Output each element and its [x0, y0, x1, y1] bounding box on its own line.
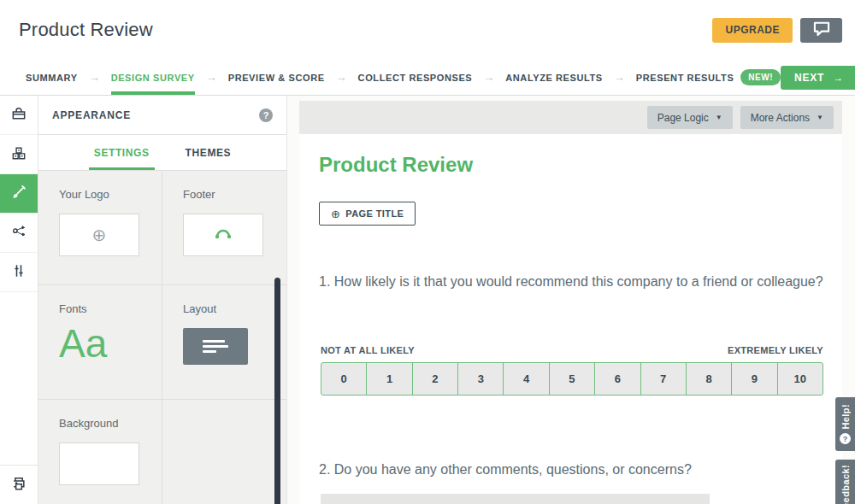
rail-item-builder[interactable]	[0, 96, 38, 135]
nps-cell-5[interactable]: 5	[550, 363, 595, 395]
more-actions-label: More Actions	[751, 112, 810, 124]
align-lines-icon	[203, 340, 228, 353]
tab-collect-responses[interactable]: COLLECT RESPONSES	[358, 60, 473, 95]
app-header: Product Review UPGRADE	[0, 0, 855, 60]
workflow-nav: SUMMARY → DESIGN SURVEY → PREVIEW & SCOR…	[0, 60, 855, 96]
nps-cell-4[interactable]: 4	[504, 363, 549, 395]
chevron-down-icon: ▼	[716, 114, 722, 121]
footer-tile[interactable]	[183, 214, 263, 256]
tab-preview-score[interactable]: PREVIEW & SCORE	[228, 60, 325, 95]
panel-scrollbar[interactable]	[274, 278, 280, 504]
branch-logic-icon	[10, 223, 27, 243]
tab-summary[interactable]: SUMMARY	[26, 60, 78, 95]
toolbox-icon	[10, 105, 27, 126]
footer-label: Footer	[183, 188, 286, 201]
setting-background: Background	[38, 400, 162, 504]
surveymonkey-logo-icon	[214, 227, 233, 243]
help-tab-label: Help!	[840, 404, 851, 430]
rail-spacer	[0, 292, 38, 465]
page-logic-label: Page Logic	[657, 112, 709, 124]
setting-layout: Layout	[162, 285, 286, 400]
rail-item-style[interactable]	[0, 174, 38, 214]
header-actions: UPGRADE	[712, 18, 842, 43]
page-title-button-label: PAGE TITLE	[345, 208, 404, 219]
help-tab[interactable]: Help! ?	[835, 397, 855, 451]
building-blocks-icon	[10, 144, 27, 165]
chevron-down-icon: ▼	[817, 114, 823, 121]
nps-cell-2[interactable]: 2	[413, 363, 458, 395]
layout-label: Layout	[183, 302, 286, 315]
rail-item-question-bank[interactable]	[0, 135, 38, 174]
appearance-tabs: SETTINGS THEMES	[38, 135, 286, 171]
nps-max-label: EXTREMELY LIKELY	[728, 345, 823, 355]
nps-scale: 0 1 2 3 4 5 6 7 8 9 10	[321, 362, 823, 396]
plus-circle-icon: ⊕	[331, 208, 340, 220]
nps-cell-7[interactable]: 7	[641, 363, 687, 395]
appearance-title: APPEARANCE	[52, 109, 131, 121]
question-1-text[interactable]: 1. How likely is it that you would recom…	[319, 273, 828, 291]
appearance-panel-header: APPEARANCE ?	[38, 96, 286, 135]
setting-footer: Footer	[162, 171, 286, 285]
page-logic-dropdown[interactable]: Page Logic ▼	[647, 106, 733, 129]
tab-present-results-label: PRESENT RESULTS	[636, 73, 734, 83]
right-arrow-icon: →	[833, 72, 844, 84]
fonts-label: Fonts	[59, 302, 162, 315]
next-button[interactable]: NEXT →	[781, 66, 855, 90]
left-tool-rail	[0, 96, 38, 504]
nps-cell-3[interactable]: 3	[458, 363, 504, 395]
tab-themes[interactable]: THEMES	[186, 135, 232, 170]
feedback-tab[interactable]: Feedback!	[835, 460, 855, 504]
question-2-text[interactable]: 2. Do you have any other comments, quest…	[319, 460, 828, 479]
rail-item-logic[interactable]	[0, 214, 38, 253]
printer-icon	[10, 475, 27, 495]
survey-name-title: Product Review	[19, 19, 153, 41]
more-actions-dropdown[interactable]: More Actions ▼	[740, 106, 834, 129]
setting-fonts: Fonts Aa	[38, 285, 162, 400]
tab-present-results[interactable]: PRESENT RESULTS NEW!	[636, 60, 781, 95]
tab-settings[interactable]: SETTINGS	[94, 135, 150, 170]
nps-cell-9[interactable]: 9	[732, 363, 777, 395]
tab-design-survey[interactable]: DESIGN SURVEY	[111, 60, 195, 95]
setting-your-logo: Your Logo ⊕	[38, 171, 162, 285]
tab-analyze-results[interactable]: ANALYZE RESULTS	[505, 60, 603, 95]
page-toolbar: Page Logic ▼ More Actions ▼	[299, 101, 842, 134]
settings-empty-cell	[162, 400, 286, 504]
nps-cell-8[interactable]: 8	[687, 363, 732, 395]
design-canvas: Page Logic ▼ More Actions ▼ Product Revi…	[287, 96, 855, 504]
add-page-title-button[interactable]: ⊕ PAGE TITLE	[319, 202, 416, 226]
add-logo-tile[interactable]: ⊕	[59, 214, 139, 256]
new-badge: NEW!	[740, 69, 781, 85]
layout-tile[interactable]	[183, 328, 248, 365]
appearance-panel: APPEARANCE ? SETTINGS THEMES Your Logo ⊕…	[38, 96, 287, 504]
speech-bubble-icon	[813, 21, 830, 38]
help-circle-icon[interactable]: ?	[259, 108, 273, 122]
nps-cell-1[interactable]: 1	[367, 363, 412, 395]
settings-grid: Your Logo ⊕ Footer Fonts Aa Layout	[38, 171, 286, 504]
survey-page: Product Review ⊕ PAGE TITLE 1. How likel…	[299, 134, 842, 504]
feedback-tab-label: Feedback!	[840, 465, 851, 504]
nps-min-label: NOT AT ALL LIKELY	[321, 345, 415, 355]
step-arrow-icon: →	[472, 60, 505, 95]
nps-cell-10[interactable]: 10	[778, 363, 823, 395]
next-button-label: NEXT	[794, 72, 824, 84]
background-label: Background	[59, 417, 162, 430]
your-logo-label: Your Logo	[59, 188, 162, 201]
font-sample-tile[interactable]: Aa	[59, 322, 162, 366]
nps-cell-6[interactable]: 6	[595, 363, 640, 395]
question-2-comment-box[interactable]	[321, 494, 710, 504]
step-arrow-icon: →	[603, 60, 636, 95]
chat-button[interactable]	[800, 18, 842, 43]
sliders-icon	[10, 262, 27, 283]
step-arrow-icon: →	[195, 60, 228, 95]
survey-page-title[interactable]: Product Review	[319, 153, 473, 177]
nps-cell-0[interactable]: 0	[321, 363, 367, 395]
plus-circle-icon: ⊕	[92, 225, 107, 245]
question-mark-icon: ?	[840, 433, 851, 444]
step-arrow-icon: →	[325, 60, 358, 95]
upgrade-button[interactable]: UPGRADE	[712, 18, 793, 43]
appearance-settings-body: Your Logo ⊕ Footer Fonts Aa Layout	[38, 171, 286, 504]
background-tile[interactable]	[59, 442, 139, 485]
step-arrow-icon: →	[78, 60, 111, 95]
rail-item-options[interactable]	[0, 253, 38, 292]
rail-item-print[interactable]	[0, 465, 38, 504]
